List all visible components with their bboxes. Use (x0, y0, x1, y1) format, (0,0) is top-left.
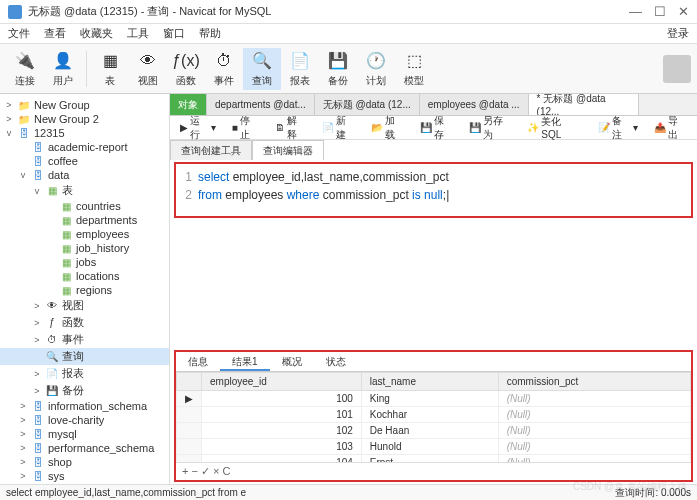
save-button[interactable]: 💾 保存 (416, 112, 457, 144)
column-header[interactable]: last_name (361, 373, 498, 391)
tree-item[interactable]: >🗄information_schema (0, 399, 169, 413)
tree-item[interactable]: ▦jobs (0, 255, 169, 269)
query-subtabs: 查询创建工具 查询编辑器 (170, 140, 697, 160)
menubar: 文件 查看 收藏夹 工具 窗口 帮助 登录 (0, 24, 697, 44)
tree-item[interactable]: v🗄text2 (0, 483, 169, 484)
beautify-button[interactable]: ✨ 美化 SQL (523, 113, 586, 142)
tree-item[interactable]: v🗄data (0, 168, 169, 182)
tool-connection[interactable]: 🔌连接 (6, 48, 44, 90)
event-icon: ⏱ (213, 50, 235, 72)
tree-item[interactable]: >📁New Group 2 (0, 112, 169, 126)
tree-item[interactable]: 🔍查询 (0, 348, 169, 365)
main-toolbar: 🔌连接 👤用户 ▦表 👁视图 ƒ(x)函数 ⏱事件 🔍查询 📄报表 💾备份 🕐计… (0, 44, 697, 94)
tree-item[interactable]: ▦job_history (0, 241, 169, 255)
titlebar: 无标题 @data (12315) - 查询 - Navicat for MyS… (0, 0, 697, 24)
tree-item[interactable]: ▦employees (0, 227, 169, 241)
tree-item[interactable]: v▦表 (0, 182, 169, 199)
result-tab-profile[interactable]: 概况 (270, 352, 314, 371)
tree-item[interactable]: ▦departments (0, 213, 169, 227)
grid-footer: + − ✓ × C (176, 462, 691, 480)
table-row[interactable]: 102De Haan(Null) (177, 423, 691, 439)
tool-backup[interactable]: 💾备份 (319, 48, 357, 90)
tool-plan[interactable]: 🕐计划 (357, 48, 395, 90)
tree-item[interactable]: >ƒ函数 (0, 314, 169, 331)
tree-item[interactable]: >🗄sys (0, 469, 169, 483)
tree-item[interactable]: >📁New Group (0, 98, 169, 112)
table-row[interactable]: 104Ernst(Null) (177, 455, 691, 463)
tab-editor[interactable]: 查询编辑器 (252, 140, 324, 160)
column-header[interactable]: commission_pct (498, 373, 690, 391)
tree-item[interactable]: >🗄mysql (0, 427, 169, 441)
plan-icon: 🕐 (365, 50, 387, 72)
result-tab-status[interactable]: 状态 (314, 352, 358, 371)
query-actions: ▶ 运行 ▾ ■ 停止 🗎 解释 📄 新建 📂 加载 💾 保存 💾 另存为 ✨ … (170, 116, 697, 140)
tree-item[interactable]: >🗄shop (0, 455, 169, 469)
model-icon: ⬚ (403, 50, 425, 72)
tool-report[interactable]: 📄报表 (281, 48, 319, 90)
function-icon: ƒ(x) (175, 50, 197, 72)
status-query: select employee_id,last_name,commission_… (6, 487, 246, 498)
menu-window[interactable]: 窗口 (163, 26, 185, 41)
tree-item[interactable]: 🗄academic-report (0, 140, 169, 154)
minimize-button[interactable]: — (629, 4, 642, 19)
tree-item[interactable]: ▦countries (0, 199, 169, 213)
login-link[interactable]: 登录 (667, 26, 689, 41)
view-icon: 👁 (137, 50, 159, 72)
tree-item[interactable]: >⏱事件 (0, 331, 169, 348)
tree-item[interactable]: >🗄love-charity (0, 413, 169, 427)
explain-button[interactable]: 🗎 解释 (271, 112, 310, 144)
menu-favorites[interactable]: 收藏夹 (80, 26, 113, 41)
tree-item[interactable]: >🗄performance_schema (0, 441, 169, 455)
tool-query[interactable]: 🔍查询 (243, 48, 281, 90)
sql-editor[interactable]: 1select employee_id,last_name,commission… (174, 162, 693, 218)
column-header[interactable]: employee_id (202, 373, 362, 391)
table-icon: ▦ (99, 50, 121, 72)
export-button[interactable]: 📤 导出 (650, 112, 691, 144)
connection-tree[interactable]: >📁New Group>📁New Group 2v🗄12315🗄academic… (0, 94, 170, 484)
saveas-button[interactable]: 💾 另存为 (465, 112, 516, 144)
table-row[interactable]: 103Hunold(Null) (177, 439, 691, 455)
user-avatar[interactable] (663, 55, 691, 83)
results-panel: 信息 结果1 概况 状态 employee_idlast_namecommiss… (174, 350, 693, 482)
query-icon: 🔍 (251, 50, 273, 72)
menu-file[interactable]: 文件 (8, 26, 30, 41)
result-grid[interactable]: employee_idlast_namecommission_pct▶100Ki… (176, 372, 691, 462)
tool-table[interactable]: ▦表 (91, 48, 129, 90)
plug-icon: 🔌 (14, 50, 36, 72)
tree-item[interactable]: ▦locations (0, 269, 169, 283)
app-icon (8, 5, 22, 19)
run-button[interactable]: ▶ 运行 ▾ (176, 112, 220, 144)
window-title: 无标题 @data (12315) - 查询 - Navicat for MyS… (28, 4, 629, 19)
tree-item[interactable]: >👁视图 (0, 297, 169, 314)
report-icon: 📄 (289, 50, 311, 72)
tool-event[interactable]: ⏱事件 (205, 48, 243, 90)
tree-item[interactable]: >📄报表 (0, 365, 169, 382)
tree-item[interactable]: ▦regions (0, 283, 169, 297)
grid-controls[interactable]: + − ✓ × C (182, 465, 230, 478)
menu-tools[interactable]: 工具 (127, 26, 149, 41)
result-tab-info[interactable]: 信息 (176, 352, 220, 371)
tool-user[interactable]: 👤用户 (44, 48, 82, 90)
backup-icon: 💾 (327, 50, 349, 72)
close-button[interactable]: ✕ (678, 4, 689, 19)
note-button[interactable]: 📝 备注 ▾ (594, 112, 642, 144)
user-icon: 👤 (52, 50, 74, 72)
tool-model[interactable]: ⬚模型 (395, 48, 433, 90)
stop-button[interactable]: ■ 停止 (228, 112, 263, 144)
table-row[interactable]: 101Kochhar(Null) (177, 407, 691, 423)
menu-view[interactable]: 查看 (44, 26, 66, 41)
new-button[interactable]: 📄 新建 (318, 112, 359, 144)
menu-help[interactable]: 帮助 (199, 26, 221, 41)
load-button[interactable]: 📂 加载 (367, 112, 408, 144)
window-controls: — ☐ ✕ (629, 4, 689, 19)
maximize-button[interactable]: ☐ (654, 4, 666, 19)
tree-item[interactable]: 🗄coffee (0, 154, 169, 168)
tree-item[interactable]: v🗄12315 (0, 126, 169, 140)
tool-function[interactable]: ƒ(x)函数 (167, 48, 205, 90)
tree-item[interactable]: >💾备份 (0, 382, 169, 399)
result-tab-result1[interactable]: 结果1 (220, 352, 270, 371)
tab-builder[interactable]: 查询创建工具 (170, 140, 252, 160)
tool-view[interactable]: 👁视图 (129, 48, 167, 90)
table-row[interactable]: ▶100King(Null) (177, 391, 691, 407)
watermark: CSDN @袁 袁的编程之路 (573, 480, 687, 494)
